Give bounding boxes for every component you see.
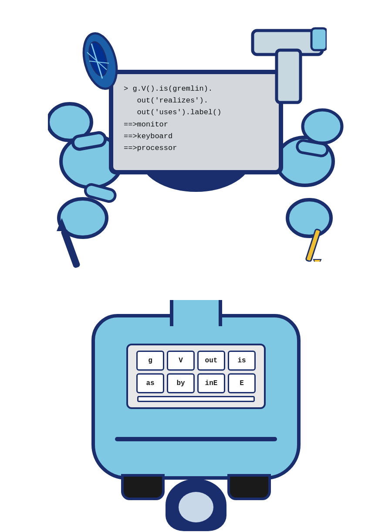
key-E[interactable]: E — [228, 373, 256, 393]
key-out[interactable]: out — [197, 351, 225, 371]
brush-decoration-left — [78, 31, 131, 98]
keyboard-spacebar[interactable] — [137, 396, 255, 402]
robot-torso-center — [166, 479, 226, 531]
keyboard-row-1: g V out is — [133, 351, 259, 371]
svg-rect-6 — [277, 50, 301, 102]
robot-torso-inner — [179, 492, 213, 522]
svg-rect-7 — [311, 28, 327, 50]
key-as[interactable]: as — [136, 373, 164, 393]
keyboard-panel: g V out is as by inE E — [126, 344, 266, 409]
scene: g V out is as by inE E > g.V().is(gremli… — [44, 26, 348, 506]
keyboard-row-2: as by inE E — [133, 373, 259, 393]
robot-leg-right — [227, 474, 271, 500]
right-arm-assembly — [274, 105, 344, 263]
robot-leg-left — [121, 474, 165, 500]
robot-neck — [170, 300, 222, 326]
svg-point-16 — [303, 110, 342, 143]
key-is[interactable]: is — [228, 351, 256, 371]
svg-marker-20 — [314, 259, 321, 262]
t-tool-decoration — [248, 26, 327, 111]
robot-body: g V out is as by inE E — [91, 314, 301, 480]
robot-body-stripe — [115, 437, 277, 441]
svg-point-18 — [287, 200, 331, 236]
key-by[interactable]: by — [167, 373, 195, 393]
key-g[interactable]: g — [136, 351, 164, 371]
key-inE[interactable]: inE — [197, 373, 225, 393]
key-v[interactable]: V — [167, 351, 195, 371]
